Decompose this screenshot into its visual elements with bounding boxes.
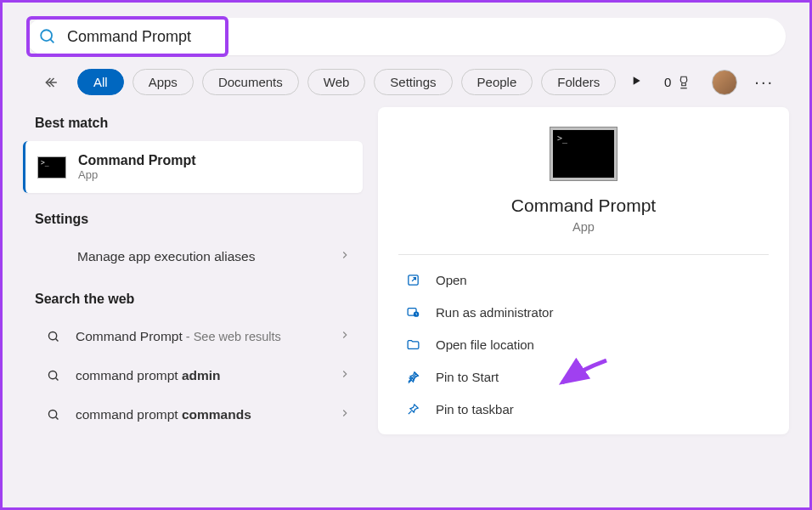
best-match-result[interactable]: Command Prompt App [23,141,363,193]
filter-overflow-icon[interactable] [629,74,643,91]
web-header: Search the web [23,283,363,317]
search-icon [43,330,64,344]
results-column: Best match Command Prompt App Settings M… [23,107,363,434]
search-bar[interactable] [26,18,786,55]
action-open[interactable]: Open [378,264,789,296]
settings-header: Settings [23,203,363,237]
web-result-1[interactable]: command prompt admin [23,356,363,395]
preview-app-icon [550,128,617,180]
web-result-2[interactable]: command prompt commands [23,395,363,434]
chevron-right-icon [339,329,351,344]
best-match-header: Best match [23,107,363,141]
svg-point-3 [48,332,56,339]
rewards-icon [676,75,691,90]
chevron-right-icon [339,407,351,422]
more-options-icon[interactable]: ··· [754,72,774,92]
chevron-right-icon [339,368,351,383]
filter-web[interactable]: Web [307,69,366,95]
svg-line-1 [50,39,54,42]
action-pin-to-start[interactable]: Pin to Start [378,360,789,393]
filter-apps[interactable]: Apps [133,69,194,95]
web-result-0[interactable]: Command Prompt - See web results [23,317,363,356]
best-match-title: Command Prompt [78,153,196,168]
action-open-file-location[interactable]: Open file location [378,328,789,360]
pin-icon [405,369,420,384]
preview-pane: Command Prompt App Open Run as administr… [378,107,789,434]
user-avatar[interactable] [712,70,737,95]
best-match-subtitle: App [78,168,196,181]
svg-line-4 [55,338,58,341]
settings-item-manage-aliases[interactable]: Manage app execution aliases [23,237,363,276]
search-icon [38,27,57,46]
svg-line-8 [55,416,58,419]
filter-row: All Apps Documents Web Settings People F… [3,64,809,107]
preview-title: Command Prompt [378,196,789,216]
svg-point-5 [48,371,56,378]
rewards-points[interactable]: 0 [664,75,691,90]
filter-documents[interactable]: Documents [202,69,299,95]
points-value: 0 [664,75,671,89]
search-icon [43,369,64,383]
folder-icon [405,337,420,352]
filter-folders[interactable]: Folders [541,69,616,95]
svg-point-0 [41,30,52,41]
admin-shield-icon [405,304,420,320]
search-input[interactable] [67,28,774,46]
chevron-right-icon [339,249,351,264]
search-icon [43,408,64,422]
divider [398,254,769,255]
filter-settings[interactable]: Settings [374,69,452,95]
svg-point-7 [48,410,56,417]
action-pin-to-taskbar[interactable]: Pin to taskbar [378,393,789,425]
preview-subtitle: App [378,220,789,234]
open-icon [405,272,420,287]
pin-icon [405,401,420,416]
filter-people[interactable]: People [461,69,533,95]
svg-line-6 [55,377,58,380]
action-run-as-admin[interactable]: Run as administrator [378,296,789,328]
back-arrow-icon[interactable] [40,71,64,94]
filter-all[interactable]: All [77,69,124,95]
command-prompt-icon [37,156,66,178]
